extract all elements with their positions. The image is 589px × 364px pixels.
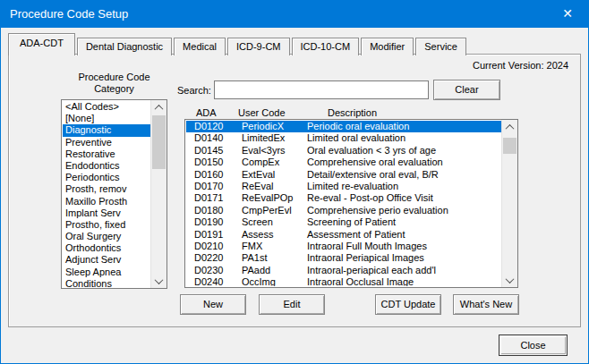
- table-row[interactable]: D0180CmpPerEvlComprehensive perio evalua…: [186, 205, 502, 216]
- ada-cell: D0120: [194, 121, 223, 132]
- edit-button[interactable]: Edit: [259, 294, 325, 315]
- search-input[interactable]: [214, 80, 429, 99]
- description-cell: Intraoral Occlusal Image: [307, 276, 414, 286]
- category-item[interactable]: Prosth, remov: [63, 183, 151, 195]
- ada-cell: D0170: [194, 181, 223, 192]
- description-cell: Detail/extensive oral eval, B/R: [307, 169, 439, 181]
- table-row[interactable]: D0140LimitedExLimited oral evaluation: [186, 132, 502, 144]
- tab-ada-cdt[interactable]: ADA-CDT: [8, 33, 75, 55]
- tab-dental-diagnostic[interactable]: Dental Diagnostic: [77, 38, 172, 55]
- table-row[interactable]: D0170ReEvalLimited re-evaluation: [186, 181, 502, 192]
- description-cell: Comprehensive oral evaluation: [307, 157, 443, 168]
- category-scrollbar-thumb[interactable]: [152, 115, 166, 169]
- table-row[interactable]: D0220PA1stIntraoral Periapical Images: [186, 252, 502, 264]
- description-cell: Oral evaluation < 3 yrs of age: [307, 145, 436, 157]
- table-row[interactable]: D0171ReEvalPOpRe-eval - Post-op Office V…: [186, 192, 502, 204]
- user-code-cell: PeriodicX: [242, 121, 284, 132]
- title-bar: Procedure Code Setup ✕: [1, 1, 588, 28]
- category-item[interactable]: Adjunct Serv: [63, 254, 151, 266]
- user-code-cell: ReEval: [242, 181, 273, 192]
- category-item[interactable]: <All Codes>: [63, 101, 151, 113]
- category-item[interactable]: [None]: [63, 113, 151, 124]
- procedure-table[interactable]: D0120PeriodicXPeriodic oral evaluationD0…: [184, 119, 518, 288]
- category-item[interactable]: Sleep Apnea: [63, 267, 151, 278]
- tab-bar: ADA-CDTDental DiagnosticMedicalICD-9-CMI…: [8, 35, 468, 55]
- window-title: Procedure Code Setup: [10, 1, 128, 28]
- category-item[interactable]: Implant Serv: [63, 207, 151, 219]
- scroll-down-icon[interactable]: [502, 273, 517, 287]
- tab-modifier[interactable]: Modifier: [361, 38, 414, 55]
- table-scrollbar-thumb[interactable]: [503, 138, 516, 154]
- tab-icd-9-cm[interactable]: ICD-9-CM: [227, 38, 290, 55]
- ada-cell: D0240: [194, 276, 223, 286]
- category-items: <All Codes>[None]DiagnosticPreventiveRes…: [63, 101, 151, 287]
- category-item[interactable]: Orthodontics: [63, 242, 151, 254]
- table-row[interactable]: D0210FMXIntraoral Full Mouth Images: [186, 241, 502, 252]
- description-cell: Screening of Patient: [307, 216, 396, 228]
- user-code-cell: Assess: [242, 229, 273, 241]
- new-button[interactable]: New: [180, 294, 246, 315]
- category-item[interactable]: Maxillo Prosth: [63, 196, 151, 207]
- clear-button[interactable]: Clear: [433, 80, 500, 100]
- tab-service[interactable]: Service: [415, 38, 466, 55]
- user-code-cell: PA1st: [242, 252, 268, 264]
- user-code-cell: CompEx: [242, 157, 279, 168]
- current-version-label: Current Version: 2024: [473, 60, 568, 71]
- column-header-description: Description: [328, 107, 377, 118]
- ada-cell: D0230: [194, 265, 223, 276]
- category-label-line1: Procedure Code: [61, 72, 167, 83]
- ada-cell: D0140: [194, 132, 223, 144]
- description-cell: Limited re-evaluation: [307, 181, 398, 192]
- description-cell: Limited oral evaluation: [307, 132, 405, 144]
- scroll-up-icon[interactable]: [502, 120, 517, 134]
- category-item[interactable]: Prostho, fixed: [63, 219, 151, 231]
- category-item[interactable]: Conditions: [63, 278, 151, 287]
- chevron-down-icon: [506, 275, 515, 284]
- table-row[interactable]: D0230PAaddIntraoral-periapical each add'…: [186, 265, 502, 276]
- category-label: Procedure Code Category: [61, 72, 167, 95]
- table-row[interactable]: D0145Eval<3yrsOral evaluation < 3 yrs of…: [186, 145, 502, 157]
- scroll-down-icon[interactable]: [151, 274, 166, 288]
- procedure-code-setup-dialog: Procedure Code Setup ✕ ADA-CDTDental Dia…: [0, 0, 589, 364]
- whats-new-button[interactable]: What's New: [453, 294, 519, 315]
- user-code-cell: Screen: [242, 216, 273, 228]
- user-code-cell: PAadd: [242, 265, 270, 276]
- close-button[interactable]: Close: [499, 334, 568, 356]
- close-icon[interactable]: ✕: [551, 1, 585, 28]
- table-row[interactable]: D0160ExtEvalDetail/extensive oral eval, …: [186, 169, 502, 181]
- category-item[interactable]: Preventive: [63, 137, 151, 148]
- cdt-update-button[interactable]: CDT Update: [375, 294, 441, 315]
- category-item[interactable]: Diagnostic: [63, 124, 151, 136]
- table-row[interactable]: D0190ScreenScreening of Patient: [186, 216, 502, 228]
- tab-medical[interactable]: Medical: [174, 38, 226, 55]
- category-item[interactable]: Oral Surgery: [63, 231, 151, 242]
- user-code-cell: ReEvalPOp: [242, 192, 293, 204]
- user-code-cell: OccImg: [242, 276, 276, 286]
- category-listbox[interactable]: <All Codes>[None]DiagnosticPreventiveRes…: [61, 99, 167, 289]
- table-scrollbar[interactable]: [501, 120, 517, 287]
- table-row[interactable]: D0191AssessAssessment of Patient: [186, 229, 502, 241]
- user-code-cell: LimitedEx: [242, 132, 285, 144]
- user-code-cell: ExtEval: [242, 169, 275, 181]
- tab-icd-10-cm[interactable]: ICD-10-CM: [292, 38, 360, 55]
- description-cell: Periodic oral evaluation: [307, 121, 409, 132]
- scroll-up-icon[interactable]: [151, 100, 166, 114]
- table-row[interactable]: D0240OccImgIntraoral Occlusal Image: [186, 276, 502, 286]
- user-code-cell: FMX: [242, 241, 262, 252]
- description-cell: Comprehensive perio evaluation: [307, 205, 448, 216]
- category-item[interactable]: Restorative: [63, 148, 151, 160]
- ada-cell: D0220: [194, 252, 223, 264]
- ada-cell: D0145: [194, 145, 223, 157]
- category-item[interactable]: Periodontics: [63, 172, 151, 183]
- column-header-ada: ADA: [196, 107, 217, 118]
- ada-cell: D0160: [194, 169, 223, 181]
- ada-cell: D0191: [194, 229, 223, 241]
- category-label-line2: Category: [61, 83, 167, 95]
- table-row[interactable]: D0150CompExComprehensive oral evaluation: [186, 157, 502, 168]
- table-row[interactable]: D0120PeriodicXPeriodic oral evaluation: [186, 121, 502, 132]
- category-scrollbar[interactable]: [150, 100, 166, 288]
- ada-cell: D0190: [194, 216, 223, 228]
- category-item[interactable]: Endodontics: [63, 160, 151, 172]
- description-cell: Intraoral Full Mouth Images: [307, 241, 427, 252]
- description-cell: Re-eval - Post-op Office Visit: [307, 192, 433, 204]
